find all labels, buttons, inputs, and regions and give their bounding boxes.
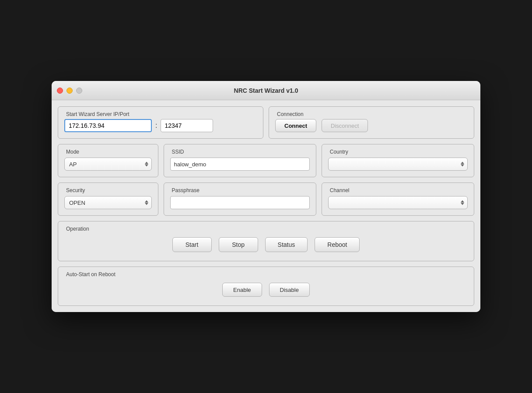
top-row: Start Wizard Server IP/Port : Connection…	[58, 106, 474, 139]
main-window: NRC Start Wizard v1.0 Start Wizard Serve…	[52, 81, 480, 312]
disable-button[interactable]: Disable	[269, 283, 310, 297]
operation-legend: Operation	[64, 226, 468, 232]
connection-section: Connection Connect Disconnect	[269, 106, 474, 139]
server-ip-legend: Start Wizard Server IP/Port	[64, 111, 257, 117]
mode-section: Mode AP STA	[58, 144, 158, 177]
auto-start-section: Auto-Start on Reboot Enable Disable	[58, 267, 474, 306]
middle-row: Mode AP STA SSID Co	[58, 144, 474, 177]
close-button[interactable]	[57, 88, 63, 94]
mode-select[interactable]: AP STA	[64, 158, 152, 171]
start-button[interactable]: Start	[172, 237, 212, 252]
ssid-legend: SSID	[170, 149, 310, 155]
security-select-wrapper: OPEN WPA2	[64, 196, 152, 209]
channel-select-wrapper	[328, 196, 468, 209]
operation-section: Operation Start Stop Status Reboot	[58, 221, 474, 261]
mode-legend: Mode	[64, 149, 152, 155]
auto-start-buttons: Enable Disable	[64, 280, 468, 299]
passphrase-section: Passphrase	[164, 182, 316, 216]
disconnect-button[interactable]: Disconnect	[322, 119, 368, 132]
ssid-section: SSID	[164, 144, 316, 177]
operation-buttons: Start Stop Status Reboot	[64, 235, 468, 255]
security-legend: Security	[64, 187, 152, 193]
window-content: Start Wizard Server IP/Port : Connection…	[52, 100, 480, 312]
connection-legend: Connection	[275, 111, 468, 117]
minimize-button[interactable]	[66, 88, 73, 94]
passphrase-input[interactable]	[170, 196, 310, 209]
status-button[interactable]: Status	[265, 237, 308, 252]
port-input[interactable]	[161, 119, 213, 132]
ssid-input[interactable]	[170, 158, 310, 171]
ip-port-row: :	[64, 119, 257, 132]
country-select[interactable]	[328, 158, 468, 171]
maximize-button[interactable]	[76, 88, 82, 94]
security-select[interactable]: OPEN WPA2	[64, 196, 152, 209]
ip-input[interactable]	[64, 119, 152, 132]
channel-select[interactable]	[328, 196, 468, 209]
country-legend: Country	[328, 149, 468, 155]
connection-buttons: Connect Disconnect	[275, 119, 468, 132]
enable-button[interactable]: Enable	[222, 283, 262, 297]
country-section: Country	[322, 144, 474, 177]
mode-select-wrapper: AP STA	[64, 158, 152, 171]
title-bar: NRC Start Wizard v1.0	[52, 81, 480, 100]
passphrase-legend: Passphrase	[170, 187, 310, 193]
traffic-lights	[57, 88, 82, 94]
stop-button[interactable]: Stop	[219, 237, 258, 252]
channel-section: Channel	[322, 182, 474, 216]
security-section: Security OPEN WPA2	[58, 182, 158, 216]
colon-separator: :	[155, 122, 157, 130]
reboot-button[interactable]: Reboot	[315, 237, 360, 252]
auto-start-legend: Auto-Start on Reboot	[64, 271, 468, 277]
window-title: NRC Start Wizard v1.0	[234, 87, 298, 94]
connect-button[interactable]: Connect	[275, 119, 316, 132]
lower-middle-row: Security OPEN WPA2 Passphrase	[58, 182, 474, 216]
channel-legend: Channel	[328, 187, 468, 193]
country-select-wrapper	[328, 158, 468, 171]
server-ip-section: Start Wizard Server IP/Port :	[58, 106, 263, 139]
